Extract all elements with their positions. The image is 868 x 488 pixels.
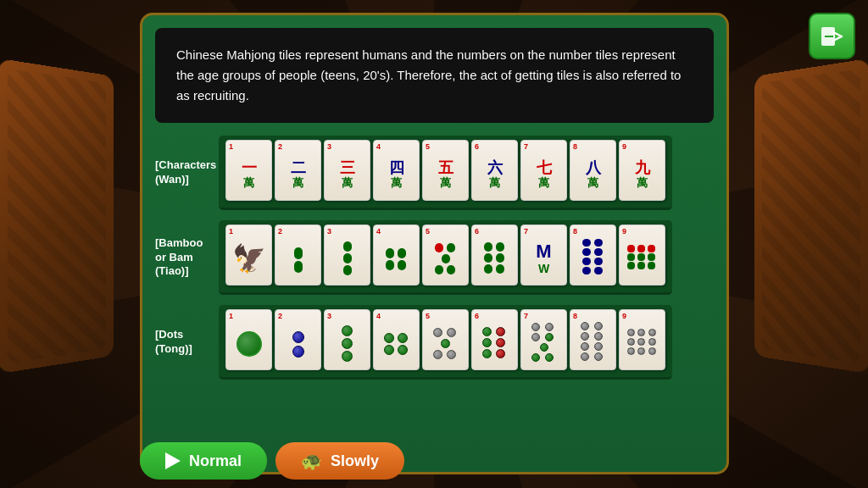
tile-bam-1: 1 🦅 (225, 225, 272, 286)
tile-wan-4: 4 四萬 (373, 140, 420, 201)
tile-wan-3: 3 三萬 (324, 140, 370, 201)
tile-bam-3: 3 (324, 225, 370, 286)
tile-bam-6: 6 (471, 225, 518, 286)
tile-dot-7: 7 (520, 309, 567, 370)
bamboo-tiles-row: 1 🦅 2 3 4 (219, 220, 672, 295)
tile-bam-7: 7 M W (520, 225, 567, 286)
tile-bam-8: 8 (570, 225, 616, 286)
turtle-icon: 🐢 (301, 451, 322, 471)
tile-bam-9: 9 (619, 225, 665, 286)
normal-button[interactable]: Normal (140, 442, 267, 480)
tile-dot-5: 5 (422, 309, 469, 370)
wan-section: [Characters(Wan)] 1 一萬 2 二萬 3 三萬 4 四萬 (155, 136, 714, 210)
tile-wan-8: 8 八萬 (570, 140, 616, 201)
tile-wan-1: 1 一萬 (225, 140, 272, 201)
tile-bam-4: 4 (373, 225, 420, 286)
tile-dot-6: 6 (471, 309, 518, 370)
tile-wan-7: 7 七萬 (520, 140, 567, 201)
chair-left (0, 58, 114, 374)
dots-tiles-row: 1 2 3 4 (219, 305, 672, 380)
tile-wan-9: 9 九萬 (619, 140, 665, 201)
description-text: Chinese Mahjong tiles represent humans a… (176, 47, 681, 103)
wan-tiles-row: 1 一萬 2 二萬 3 三萬 4 四萬 5 五萬 (219, 136, 672, 210)
tile-dot-4: 4 (373, 309, 420, 370)
slowly-button[interactable]: 🐢 Slowly (275, 442, 404, 480)
bottom-bar: Normal 🐢 Slowly (140, 442, 404, 480)
wan-label: [Characters(Wan)] (155, 158, 219, 187)
chair-right (754, 58, 868, 374)
dots-section: [Dots(Tong)] 1 2 3 (155, 305, 714, 380)
tile-wan-6: 6 六萬 (471, 140, 518, 201)
dots-label: [Dots(Tong)] (155, 328, 219, 357)
tile-bam-5: 5 (422, 225, 469, 286)
tile-dot-3: 3 (324, 309, 370, 370)
bamboo-section: [Bambooor Bam(Tiao)] 1 🦅 2 3 (155, 220, 714, 295)
normal-label: Normal (189, 452, 242, 470)
exit-button[interactable] (809, 13, 855, 59)
tile-bam-2: 2 (275, 225, 321, 286)
tile-wan-5: 5 五萬 (422, 140, 469, 201)
main-panel: Chinese Mahjong tiles represent humans a… (140, 13, 729, 474)
exit-icon (820, 24, 845, 49)
tile-wan-2: 2 二萬 (275, 140, 321, 201)
bamboo-label: [Bambooor Bam(Tiao)] (155, 236, 219, 280)
play-icon (165, 452, 181, 469)
tile-dot-2: 2 (275, 309, 321, 370)
tile-dot-9: 9 (619, 309, 665, 370)
tile-dot-1: 1 (225, 309, 272, 370)
tile-dot-8: 8 (570, 309, 616, 370)
slowly-label: Slowly (331, 452, 379, 470)
description-box: Chinese Mahjong tiles represent humans a… (155, 28, 714, 123)
